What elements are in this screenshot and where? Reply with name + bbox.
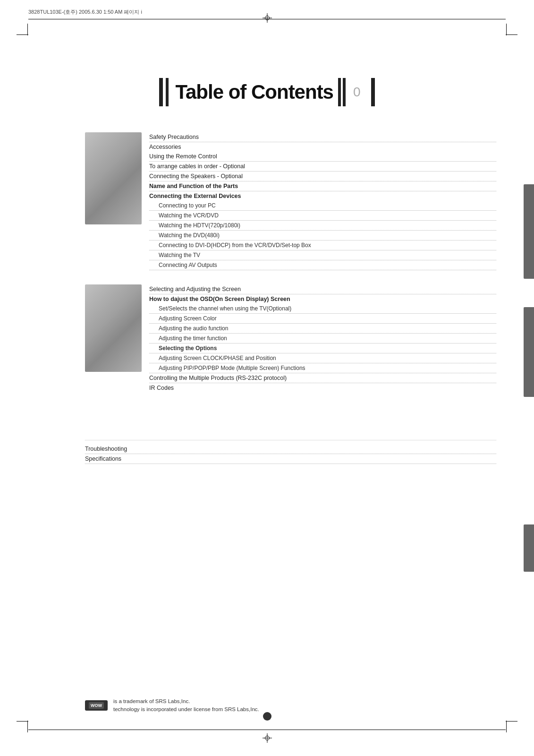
toc-list-item: Selecting the Options — [149, 344, 496, 353]
toc-list-item: Set/Selects the channel when using the T… — [149, 304, 496, 314]
page-title: Table of Contents — [175, 81, 333, 103]
toc-list-item: Adjusting Screen CLOCK/PHASE and Positio… — [149, 353, 496, 363]
toc-list-item: Watching the TV — [149, 250, 496, 260]
reg-mark-tr-v — [506, 24, 507, 35]
reg-mark-tr-h — [506, 34, 517, 35]
toc-list-item: Accessories — [149, 142, 496, 152]
title-section: Table of Contents 0 — [0, 78, 534, 106]
section2-list: Selecting and Adjusting the ScreenHow to… — [149, 284, 496, 393]
srs-wow-label: WOW — [89, 702, 104, 709]
toc-list-item: Name and Function of the Parts — [149, 181, 496, 191]
toc-list-item: How to dajust the OSD(On Screen Display)… — [149, 294, 496, 304]
toc-list-item: Adjusting Screen Color — [149, 314, 496, 324]
srs-text: is a trademark of SRS Labs,Inc. technolo… — [113, 697, 259, 714]
section1-image — [85, 132, 142, 270]
toc-list-item: IR Codes — [149, 383, 496, 393]
toc-section-3: TroubleshootingSpecifications — [85, 440, 496, 464]
srs-badge: WOW — [85, 700, 108, 711]
toc-section-1: Safety PrecautionsAccessoriesUsing the R… — [85, 132, 496, 270]
reg-mark-bl-h — [17, 721, 28, 722]
toc-list-item: Using the Remote Control — [149, 152, 496, 162]
reg-mark-br-h — [506, 721, 517, 722]
srs-line1: is a trademark of SRS Labs,Inc. — [113, 697, 259, 705]
content-area: Safety PrecautionsAccessoriesUsing the R… — [85, 132, 496, 464]
reg-mark-tl-v — [27, 24, 28, 35]
reg-mark-br-v — [506, 721, 507, 732]
toc-list-item: Connecting to your PC — [149, 201, 496, 211]
right-tab-2 — [524, 307, 534, 397]
crosshair-bottom — [263, 733, 272, 743]
toc-list-item: To arrange cables in order - Optional — [149, 162, 496, 172]
section2-image — [85, 284, 142, 393]
title-bar-left — [159, 78, 163, 106]
title-bar-inner-left — [166, 78, 169, 106]
toc-list-item: Adjusting the audio function — [149, 324, 496, 334]
reg-mark-tl-h — [17, 34, 28, 35]
reg-mark-bl-v — [27, 721, 28, 732]
crosshair-top — [263, 13, 272, 23]
toc-list-item: Adjusting the timer function — [149, 334, 496, 344]
title-number: 0 — [353, 85, 361, 100]
file-info: 3828TUL103E-(호주) 2005.6.30 1:50 AM 페이지 i — [28, 9, 142, 16]
toc-list-item: Watching the HDTV(720p/1080i) — [149, 221, 496, 231]
bottom-line — [28, 730, 506, 730]
toc-list-item: Selecting and Adjusting the Screen — [149, 284, 496, 294]
toc-list-item: Troubleshooting — [85, 444, 496, 454]
toc-list-item: Watching the DVD(480i) — [149, 231, 496, 241]
toc-list-item: Specifications — [85, 454, 496, 464]
srs-line2: technology is incorporated under license… — [113, 705, 259, 713]
toc-section-2: Selecting and Adjusting the ScreenHow to… — [85, 284, 496, 393]
toc-list-item: Connecting AV Outputs — [149, 260, 496, 270]
toc-list-item: Safety Precautions — [149, 132, 496, 142]
toc-list-item: Watching the VCR/DVD — [149, 211, 496, 221]
section1-list: Safety PrecautionsAccessoriesUsing the R… — [149, 132, 496, 270]
toc-list-item: Adjusting PIP/POP/PBP Mode (Multiple Scr… — [149, 363, 496, 373]
right-tab-1 — [524, 184, 534, 279]
toc-list-item: Connecting the Speakers - Optional — [149, 172, 496, 181]
title-bar-inner-right2 — [343, 78, 346, 106]
section3-list: TroubleshootingSpecifications — [85, 444, 496, 464]
srs-section: WOW is a trademark of SRS Labs,Inc. tech… — [85, 697, 496, 714]
section1-image-placeholder — [85, 132, 142, 224]
right-tab-3 — [524, 524, 534, 572]
section2-image-placeholder — [85, 284, 142, 372]
toc-list-item: Connecting to DVI-D(HDCP) from the VCR/D… — [149, 241, 496, 250]
bottom-circle — [263, 712, 271, 721]
title-bar-inner-right — [338, 78, 341, 106]
toc-list-item: Controlling the Multiple Products (RS-23… — [149, 373, 496, 383]
toc-list-item: Connecting the External Devices — [149, 191, 496, 201]
title-bar-right — [371, 78, 375, 106]
